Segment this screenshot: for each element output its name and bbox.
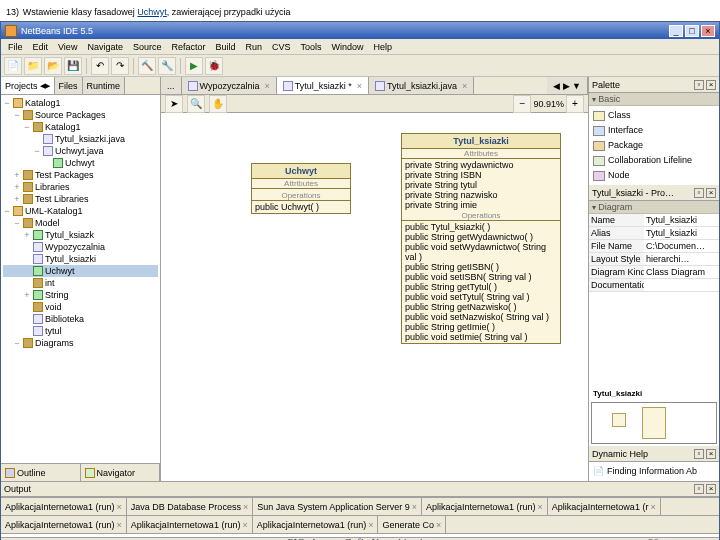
editor-tab[interactable]: Wypozyczalnia× bbox=[182, 77, 277, 94]
new-file-button[interactable]: 📄 bbox=[4, 57, 22, 75]
maximize-button[interactable]: □ bbox=[685, 25, 699, 37]
output-tab[interactable]: Generate Co× bbox=[378, 516, 446, 533]
palette-item[interactable]: Node bbox=[591, 168, 717, 183]
tree-node[interactable]: Uchwyt bbox=[3, 265, 158, 277]
output-tab[interactable]: AplikacjaInternetowa1 (run)× bbox=[127, 516, 253, 533]
tree-node[interactable]: void bbox=[3, 301, 158, 313]
tab-projects[interactable]: Projects◀▶ bbox=[1, 77, 55, 94]
tab-runtime[interactable]: Runtime bbox=[83, 77, 126, 94]
panel-close-icon[interactable]: × bbox=[706, 80, 716, 90]
palette-category[interactable]: ▾ Basic bbox=[589, 93, 719, 106]
menu-window[interactable]: Window bbox=[327, 42, 369, 52]
tree-node[interactable]: −Source Packages bbox=[3, 109, 158, 121]
tree-node[interactable]: Uchwyt bbox=[3, 157, 158, 169]
tree-node[interactable]: −UML-Katalog1 bbox=[3, 205, 158, 217]
tree-node[interactable]: +Test Packages bbox=[3, 169, 158, 181]
editor-tab-active[interactable]: Tytul_ksiazki *× bbox=[277, 77, 369, 94]
clean-build-button[interactable]: 🔧 bbox=[158, 57, 176, 75]
tab-outline[interactable]: Outline bbox=[1, 464, 81, 481]
output-tab[interactable]: AplikacjaInternetowa1 (run)× bbox=[422, 498, 548, 515]
tab-navigator[interactable]: Navigator bbox=[81, 464, 161, 481]
save-all-button[interactable]: 💾 bbox=[64, 57, 82, 75]
build-button[interactable]: 🔨 bbox=[138, 57, 156, 75]
uml-class-uchwyt[interactable]: Uchwyt Attributes Operations public Uchw… bbox=[251, 163, 351, 214]
tree-node[interactable]: +String bbox=[3, 289, 158, 301]
menu-navigate[interactable]: Navigate bbox=[82, 42, 128, 52]
palette-item[interactable]: Interface bbox=[591, 123, 717, 138]
panel-close-icon[interactable]: × bbox=[706, 449, 716, 459]
minimize-button[interactable]: _ bbox=[669, 25, 683, 37]
menu-file[interactable]: File bbox=[3, 42, 28, 52]
select-tool-button[interactable]: ➤ bbox=[165, 95, 183, 113]
diagram-toolbar: ➤ 🔍 ✋ − 90.91% + bbox=[161, 95, 588, 113]
tree-node[interactable]: Tytul_ksiazki.java bbox=[3, 133, 158, 145]
diagram-preview[interactable] bbox=[591, 402, 717, 444]
menu-run[interactable]: Run bbox=[240, 42, 267, 52]
close-button[interactable]: × bbox=[701, 25, 715, 37]
tab-files[interactable]: Files bbox=[55, 77, 83, 94]
output-tab[interactable]: AplikacjaInternetowa1 (run)× bbox=[1, 498, 127, 515]
tree-node[interactable]: Wypozyczalnia bbox=[3, 241, 158, 253]
tree-node[interactable]: +Test Libraries bbox=[3, 193, 158, 205]
uml-class-tytul[interactable]: Tytul_ksiazki Attributes private String … bbox=[401, 133, 561, 344]
tree-node[interactable]: tytul bbox=[3, 325, 158, 337]
prop-value[interactable]: C:\Documen… bbox=[644, 240, 719, 253]
panel-pin-icon[interactable]: ▫ bbox=[694, 188, 704, 198]
editor-tab-scroll[interactable]: ◀ ▶ ▼ bbox=[547, 77, 588, 94]
menu-tools[interactable]: Tools bbox=[296, 42, 327, 52]
menu-build[interactable]: Build bbox=[210, 42, 240, 52]
editor-tab[interactable]: Tytul_ksiazki.java× bbox=[369, 77, 474, 94]
editor-tab[interactable]: ... bbox=[161, 77, 182, 94]
palette-item[interactable]: Class bbox=[591, 108, 717, 123]
menu-refactor[interactable]: Refactor bbox=[166, 42, 210, 52]
palette-item[interactable]: Collaboration Lifeline bbox=[591, 153, 717, 168]
prop-value[interactable] bbox=[644, 279, 719, 292]
palette: ClassInterfacePackageCollaboration Lifel… bbox=[589, 106, 719, 185]
menu-view[interactable]: View bbox=[53, 42, 82, 52]
menu-edit[interactable]: Edit bbox=[28, 42, 54, 52]
prop-value[interactable]: Class Diagram bbox=[644, 266, 719, 279]
tree-node[interactable]: −Uchwyt.java bbox=[3, 145, 158, 157]
output-tab[interactable]: Sun Java System Application Server 9× bbox=[253, 498, 422, 515]
prop-value[interactable]: hierarchi… bbox=[644, 253, 719, 266]
menu-source[interactable]: Source bbox=[128, 42, 167, 52]
tree-node[interactable]: +Libraries bbox=[3, 181, 158, 193]
project-tree[interactable]: −Katalog1−Source Packages−Katalog1Tytul_… bbox=[1, 95, 160, 463]
prop-value[interactable]: Tytul_ksiazki bbox=[644, 227, 719, 240]
output-tab[interactable]: AplikacjaInternetowa1 (run)× bbox=[253, 516, 379, 533]
uml-diagram[interactable]: Uchwyt Attributes Operations public Uchw… bbox=[161, 113, 588, 481]
slide-title: 13) Wstawienie klasy fasadowej Uchwyt, z… bbox=[0, 0, 720, 21]
panel-pin-icon[interactable]: ▫ bbox=[694, 449, 704, 459]
help-link[interactable]: 📄Finding Information Ab bbox=[591, 464, 717, 479]
tree-node[interactable]: −Model bbox=[3, 217, 158, 229]
tree-node[interactable]: −Katalog1 bbox=[3, 97, 158, 109]
redo-button[interactable]: ↷ bbox=[111, 57, 129, 75]
debug-button[interactable]: 🐞 bbox=[205, 57, 223, 75]
tree-node[interactable]: −Katalog1 bbox=[3, 121, 158, 133]
menu-help[interactable]: Help bbox=[369, 42, 398, 52]
panel-pin-icon[interactable]: ▫ bbox=[694, 80, 704, 90]
undo-button[interactable]: ↶ bbox=[91, 57, 109, 75]
tree-node[interactable]: −Diagrams bbox=[3, 337, 158, 349]
panel-close-icon[interactable]: × bbox=[706, 484, 716, 494]
tree-node[interactable]: +Tytul_ksiazk bbox=[3, 229, 158, 241]
output-tab[interactable]: AplikacjaInternetowa1 (r× bbox=[548, 498, 661, 515]
palette-item[interactable]: Package bbox=[591, 138, 717, 153]
zoom-in-button[interactable]: + bbox=[566, 95, 584, 113]
tree-node[interactable]: int bbox=[3, 277, 158, 289]
open-button[interactable]: 📂 bbox=[44, 57, 62, 75]
properties-panel: NameTytul_ksiazkiAliasTytul_ksiazkiFile … bbox=[589, 214, 719, 387]
output-tab[interactable]: AplikacjaInternetowa1 (run)× bbox=[1, 516, 127, 533]
tree-node[interactable]: Tytul_ksiazki bbox=[3, 253, 158, 265]
pan-tool-button[interactable]: ✋ bbox=[209, 95, 227, 113]
zoom-tool-button[interactable]: 🔍 bbox=[187, 95, 205, 113]
zoom-out-button[interactable]: − bbox=[513, 95, 531, 113]
output-tab[interactable]: Java DB Database Process× bbox=[127, 498, 253, 515]
panel-pin-icon[interactable]: ▫ bbox=[694, 484, 704, 494]
menu-cvs[interactable]: CVS bbox=[267, 42, 296, 52]
run-button[interactable]: ▶ bbox=[185, 57, 203, 75]
new-project-button[interactable]: 📁 bbox=[24, 57, 42, 75]
panel-close-icon[interactable]: × bbox=[706, 188, 716, 198]
tree-node[interactable]: Biblioteka bbox=[3, 313, 158, 325]
prop-value[interactable]: Tytul_ksiazki bbox=[644, 214, 719, 227]
